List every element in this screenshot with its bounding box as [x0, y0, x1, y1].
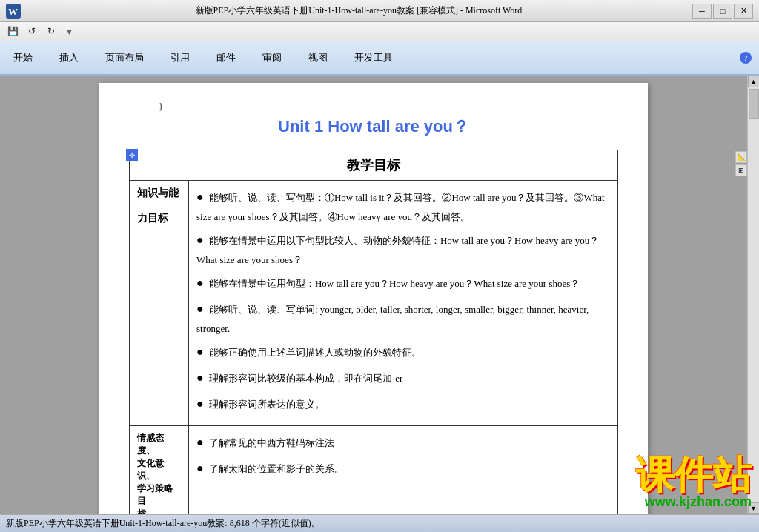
knowledge-text-7: 理解形容词所表达的意义。: [209, 399, 325, 410]
prev-content: }: [129, 98, 618, 116]
header-cell: 教学目标: [130, 150, 618, 181]
content-table: 教学目标 知识与能力目标 ● 能够听、说、读、写句型：①How tall is …: [129, 150, 618, 514]
bullet-7: ●: [196, 397, 204, 410]
knowledge-item-3: ● 能够在情景中运用句型：How tall are you？How heavy …: [196, 273, 610, 294]
maximize-button[interactable]: □: [713, 4, 732, 19]
emotion-label-text: 情感态度、文化意识、学习策略目标: [137, 433, 173, 514]
ribbon-insert[interactable]: 插入: [53, 48, 84, 67]
knowledge-row: 知识与能力目标 ● 能够听、说、读、写句型：①How tall is it？及其…: [130, 181, 618, 426]
status-text: 新版PEP小学六年级英语下册Unit-1-How-tall-are-you教案:…: [6, 517, 320, 530]
knowledge-item-2: ● 能够在情景中运用以下句型比较人、动物的外貌特征：How tall are y…: [196, 230, 610, 268]
ribbon-mailings[interactable]: 邮件: [211, 48, 242, 67]
bullet-1: ●: [196, 190, 204, 203]
ribbon-developer[interactable]: 开发工具: [348, 48, 399, 67]
knowledge-text-3: 能够在情景中运用句型：How tall are you？How heavy ar…: [209, 278, 580, 289]
title-bar: W 新版PEP小学六年级英语下册Unit-1-How-tall-are-you教…: [0, 0, 759, 22]
emotion-text-1: 了解常见的中西方鞋码标注法: [209, 437, 334, 448]
bullet-3: ●: [196, 276, 204, 289]
table-header-row: 教学目标: [130, 150, 618, 181]
emotion-label-cell: 情感态度、文化意识、学习策略目标: [130, 425, 189, 514]
knowledge-item-7: ● 理解形容词所表达的意义。: [196, 393, 610, 415]
ribbon-layout[interactable]: 页面布局: [99, 48, 150, 67]
app-icon: W: [6, 4, 21, 19]
knowledge-item-5: ● 能够正确使用上述单词描述人或动物的外貌特征。: [196, 342, 610, 363]
document-title: Unit 1 How tall are you？: [129, 116, 618, 138]
watermark-main-text: 课件站: [636, 456, 752, 494]
emotion-row: 情感态度、文化意识、学习策略目标 ● 了解常见的中西方鞋码标注法 ● 了解太阳的…: [130, 425, 618, 514]
ribbon: 开始 插入 页面布局 引用 邮件 审阅 视图 开发工具 ?: [0, 41, 759, 76]
knowledge-text-1: 能够听、说、读、写句型：①How tall is it？及其回答。②How ta…: [196, 192, 605, 222]
app-container: ✛ } Unit 1 How tall are you？ 教学目标 知识与能力目…: [0, 76, 759, 514]
move-handle[interactable]: ✛: [126, 149, 138, 161]
bullet-4: ●: [196, 302, 204, 315]
knowledge-text-5: 能够正确使用上述单词描述人或动物的外貌特征。: [209, 347, 421, 358]
expand-icon[interactable]: ⊞: [735, 164, 747, 176]
window-controls[interactable]: ─ □ ✕: [692, 4, 753, 19]
knowledge-label-cell: 知识与能力目标: [130, 181, 189, 426]
emotion-text-2: 了解太阳的位置和影子的关系。: [209, 463, 344, 474]
right-side-icons: 📐 ⊞: [735, 151, 747, 176]
redo-button[interactable]: ↻: [43, 24, 59, 39]
vertical-scrollbar[interactable]: ▲ ▼: [747, 76, 759, 514]
knowledge-label-text: 知识与能力目标: [137, 187, 179, 224]
knowledge-text-6: 理解形容词比较级的基本构成，即在词尾加-er: [209, 373, 402, 384]
ribbon-review[interactable]: 审阅: [256, 48, 288, 67]
knowledge-text-2: 能够在情景中运用以下句型比较人、动物的外貌特征：How tall are you…: [196, 235, 599, 265]
emotion-item-1: ● 了解常见的中西方鞋码标注法: [196, 432, 610, 453]
quick-access-toolbar: 💾 ↺ ↻ ▼: [0, 22, 759, 41]
bullet-5: ●: [196, 345, 204, 358]
undo-button[interactable]: ↺: [24, 24, 40, 39]
emotion-bullet-1: ●: [196, 436, 204, 448]
document-page: } Unit 1 How tall are you？ 教学目标 知识与能力目标: [99, 83, 648, 514]
ribbon-references[interactable]: 引用: [165, 48, 196, 67]
main-content-area: ✛ } Unit 1 How tall are you？ 教学目标 知识与能力目…: [0, 76, 747, 514]
window-title: 新版PEP小学六年级英语下册Unit-1-How-tall-are-you教案 …: [25, 4, 692, 17]
help-icon[interactable]: ?: [740, 52, 752, 64]
ribbon-home[interactable]: 开始: [7, 48, 39, 67]
knowledge-item-4: ● 能够听、说、读、写单词: younger, older, taller, s…: [196, 299, 610, 337]
emotion-content-cell: ● 了解常见的中西方鞋码标注法 ● 了解太阳的位置和影子的关系。: [189, 425, 618, 514]
close-button[interactable]: ✕: [734, 4, 753, 19]
bullet-2: ●: [196, 233, 204, 246]
knowledge-content-cell: ● 能够听、说、读、写句型：①How tall is it？及其回答。②How …: [189, 181, 618, 426]
scroll-up-button[interactable]: ▲: [748, 76, 760, 87]
emotion-item-2: ● 了解太阳的位置和影子的关系。: [196, 458, 610, 479]
minimize-button[interactable]: ─: [692, 4, 712, 19]
knowledge-text-4: 能够听、说、读、写单词: younger, older, taller, sho…: [196, 304, 589, 334]
ruler-icon[interactable]: 📐: [735, 151, 747, 163]
scroll-thumb[interactable]: [749, 89, 759, 119]
watermark: 课件站 www.kjzhan.com: [636, 456, 752, 510]
emotion-bullet-2: ●: [196, 462, 204, 474]
knowledge-item-6: ● 理解形容词比较级的基本构成，即在词尾加-er: [196, 368, 610, 389]
knowledge-item-1: ● 能够听、说、读、写句型：①How tall is it？及其回答。②How …: [196, 187, 610, 225]
bullet-6: ●: [196, 371, 204, 384]
watermark-url-text: www.kjzhan.com: [636, 494, 752, 510]
status-bar: 新版PEP小学六年级英语下册Unit-1-How-tall-are-you教案:…: [0, 514, 759, 532]
save-quick-button[interactable]: 💾: [4, 24, 21, 39]
ribbon-view[interactable]: 视图: [302, 48, 334, 67]
svg-text:W: W: [8, 6, 18, 17]
